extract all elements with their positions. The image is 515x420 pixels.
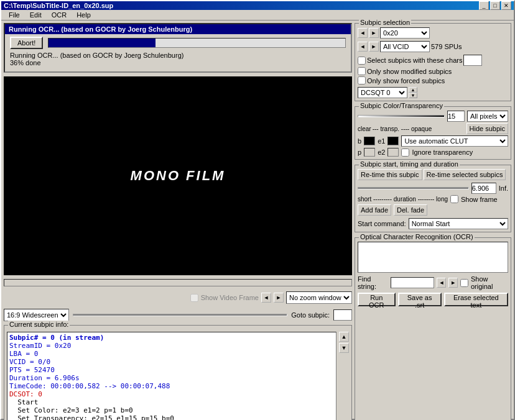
dcsqt-select[interactable]: DCSQT 0: [358, 87, 407, 98]
del-fade-btn[interactable]: Del. fade: [394, 204, 427, 216]
only-modified-checkbox[interactable]: [358, 67, 366, 75]
zoom-select[interactable]: No zoom window: [286, 291, 352, 304]
show-video-frame-checkbox[interactable]: [190, 294, 198, 302]
video-controls-row: Show Video Frame ◄ ► No zoom window: [4, 290, 352, 305]
duration-slider[interactable]: [358, 187, 469, 189]
stream-prev-btn[interactable]: ◄: [358, 28, 368, 38]
info-line-6: TimeCode: 00:00:00,582 --> 00:00:07,488: [9, 382, 335, 390]
minimize-button[interactable]: _: [479, 1, 489, 10]
vcid-row: ◄ ► All VCID 579 SPUs: [358, 41, 508, 52]
right-panel: Subpic selection ◄ ► 0x20 ◄ ► All VCID 5…: [355, 23, 511, 420]
show-frame-label: Show frame: [461, 196, 498, 203]
ocr-group: Optical Character Recognition (OCR) Find…: [355, 237, 511, 420]
show-original-checkbox[interactable]: [460, 279, 468, 287]
subpic-selection-group: Subpic selection ◄ ► 0x20 ◄ ► All VCID 5…: [355, 23, 511, 101]
goto-label: Goto subpic:: [291, 311, 330, 319]
ignore-transp-label: Ignore transparency: [412, 148, 473, 156]
ocr-preview: [358, 242, 508, 273]
only-forced-checkbox[interactable]: [358, 76, 366, 84]
e1-color-box[interactable]: [387, 137, 399, 145]
ocr-progress-title: Running OCR... (based on GOCR by Joerg S…: [5, 24, 351, 34]
ocr-percent: 36% done: [10, 59, 346, 66]
color-slider-row: All pixels: [358, 111, 508, 122]
info-line-5: Duration = 6.906s: [9, 374, 335, 382]
goto-input[interactable]: [333, 309, 352, 321]
color-value-input[interactable]: [447, 111, 465, 122]
ignore-transp-checkbox[interactable]: [401, 148, 409, 157]
menu-help[interactable]: Help: [72, 10, 96, 20]
info-line-8: Start: [9, 398, 335, 406]
duration-input[interactable]: [471, 183, 496, 194]
retime-subpic-btn[interactable]: Re-time this subpic: [358, 169, 422, 180]
info-line-2: LBA = 0: [9, 350, 335, 358]
main-content: Running OCR... (based on GOCR by Joerg S…: [1, 21, 514, 420]
pe2-row: p e2 Ignore transparency: [358, 148, 508, 157]
start-command-select[interactable]: Normal Start: [409, 218, 508, 229]
hide-subpic-btn[interactable]: Hide subpic: [466, 123, 508, 134]
color-slider[interactable]: [358, 115, 445, 117]
select-chars-checkbox[interactable]: [358, 57, 366, 65]
next-frame-btn[interactable]: ►: [274, 293, 284, 303]
ocr-buttons-row: Run OCR Save as .srt Erase selected text: [358, 293, 508, 306]
info-line-3: VCID = 0/0: [9, 358, 335, 366]
find-input[interactable]: [391, 277, 434, 288]
dcsqt-up-btn[interactable]: ▲: [409, 87, 417, 93]
subpic-color-title: Subpic Color/Transparency: [359, 102, 444, 109]
chars-input[interactable]: [463, 55, 482, 66]
prev-frame-btn[interactable]: ◄: [261, 293, 271, 303]
seek-row: [4, 278, 352, 288]
menu-ocr[interactable]: OCR: [47, 10, 72, 20]
close-button[interactable]: ✕: [501, 1, 511, 10]
info-scroll-up[interactable]: ▲: [339, 332, 349, 342]
subpic-info-title: Current subpic info:: [8, 321, 70, 328]
find-label: Find string:: [358, 275, 388, 290]
all-pixels-select[interactable]: All pixels: [467, 111, 508, 122]
progress-bar-inner: [49, 39, 155, 47]
vcid-prev-btn[interactable]: ◄: [358, 42, 368, 52]
erase-text-button[interactable]: Erase selected text: [444, 293, 508, 306]
stream-select[interactable]: 0x20: [380, 27, 430, 39]
position-slider[interactable]: [73, 314, 287, 316]
info-scroll-down[interactable]: ▼: [339, 343, 349, 353]
seek-bar[interactable]: [4, 279, 352, 286]
find-row: Find string: ◄ ► Show original: [358, 275, 508, 290]
menubar: File Edit OCR Help: [1, 10, 514, 21]
start-command-label: Start command:: [358, 220, 406, 227]
retime-row: Re-time this subpic Re-time selected sub…: [358, 169, 508, 180]
e1-label: e1: [378, 137, 385, 145]
abort-button[interactable]: Abort!: [10, 37, 43, 49]
title-bar: C:\Temp\SubTitle-ID_en_0x20.sup _ □ ✕: [1, 1, 514, 10]
e2-color-box[interactable]: [387, 148, 399, 157]
retime-selected-btn[interactable]: Re-time selected subpics: [424, 169, 506, 180]
left-panel: Running OCR... (based on GOCR by Joerg S…: [4, 23, 352, 420]
p-color-box[interactable]: [364, 148, 375, 157]
find-next-btn[interactable]: ►: [448, 278, 458, 288]
menu-edit[interactable]: Edit: [25, 10, 47, 20]
duration-row: Inf.: [358, 183, 508, 194]
b-color-box[interactable]: [364, 137, 375, 145]
menu-file[interactable]: File: [4, 10, 25, 20]
add-fade-btn[interactable]: Add fade: [358, 204, 391, 216]
find-prev-btn[interactable]: ◄: [437, 278, 446, 288]
subpic-info-text: Subpic# = 0 (in stream) StreamID = 0x20 …: [7, 332, 336, 420]
stream-next-btn[interactable]: ►: [369, 28, 379, 38]
ocr-group-title: Optical Character Recognition (OCR): [359, 233, 475, 240]
show-frame-checkbox[interactable]: [450, 195, 458, 203]
info-line-9: Set Color: e2=3 e1=2 p=1 b=0: [9, 406, 335, 414]
maximize-button[interactable]: □: [490, 1, 500, 10]
aspect-select[interactable]: 16:9 Widescreen: [4, 309, 69, 321]
only-forced-row: Only show forced subpics: [358, 76, 508, 84]
auto-clut-select[interactable]: Use automatic CLUT: [401, 135, 508, 147]
dcsqt-down-btn[interactable]: ▼: [409, 93, 417, 98]
info-line-1: StreamID = 0x20: [9, 342, 335, 350]
clear-label: clear: [358, 126, 371, 132]
save-srt-button[interactable]: Save as .srt: [398, 293, 442, 306]
info-line-10: Set Transparency: e2=15 e1=15 p=15 b=0: [9, 414, 335, 420]
run-ocr-button[interactable]: Run OCR: [358, 293, 396, 306]
vcid-select[interactable]: All VCID: [380, 41, 430, 52]
subpic-info-content: Subpic# = 0 (in stream) StreamID = 0x20 …: [7, 332, 349, 420]
start-command-row: Start command: Normal Start: [358, 218, 508, 229]
only-modified-label: Only show modified subpics: [367, 68, 452, 75]
vcid-next-btn[interactable]: ►: [369, 42, 379, 52]
only-modified-row: Only show modified subpics: [358, 67, 508, 75]
